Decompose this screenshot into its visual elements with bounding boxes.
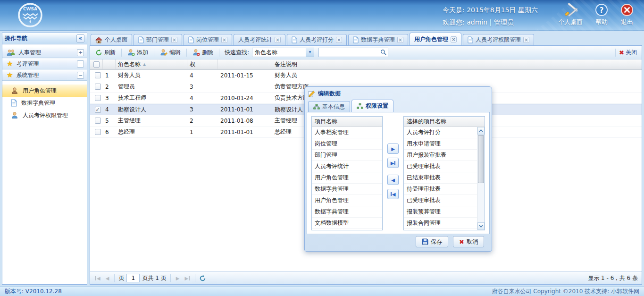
search-icon[interactable] (380, 49, 386, 55)
tab[interactable]: 数据字典管理 × (348, 34, 408, 45)
tab-label: 部门管理 (146, 36, 169, 44)
tab[interactable]: 部门管理 × (134, 34, 182, 45)
save-button[interactable]: 保存 (416, 236, 448, 247)
close-panel-button[interactable]: ✖ 关闭 (619, 49, 637, 57)
first-page-icon[interactable]: ◀ (94, 275, 102, 282)
tab[interactable]: 岗位管理 × (184, 34, 232, 45)
table-row[interactable]: 1 财务人员 4 2011-01-15 财务人员 (90, 70, 642, 81)
scroll-down-icon[interactable] (477, 222, 485, 230)
row-checkbox[interactable] (95, 72, 101, 78)
list-item[interactable]: 人员考评打分 (404, 127, 477, 138)
tab-close-icon[interactable]: × (221, 37, 227, 43)
row-checkbox[interactable] (95, 118, 101, 124)
cell-date: 2011-01-15 (218, 70, 272, 81)
tab[interactable]: 人员考评打分 × (287, 34, 347, 45)
sidebar-group-hr[interactable]: 人事管理 + (2, 47, 87, 58)
expand-icon[interactable]: + (77, 49, 84, 56)
dialog-titlebar[interactable]: 编辑数据 (307, 89, 490, 99)
col-weight[interactable]: 权 (187, 59, 218, 69)
copyright-text: 府谷自来水公司 Copyright ©2010 技术支持: 小郭软件网 (492, 288, 639, 296)
toolbar-separator (615, 49, 616, 57)
move-left-icon[interactable]: ◀ (387, 175, 399, 185)
collapse-minus-icon[interactable]: − (77, 72, 84, 79)
scroll-up-icon[interactable] (477, 127, 485, 135)
chevron-down-icon[interactable]: ▾ (306, 48, 314, 57)
sidebar-group-label: 考评管理 (16, 60, 74, 68)
last-page-icon[interactable]: ▶ (183, 275, 191, 282)
save-label: 保存 (431, 238, 442, 246)
quick-search-label: 快速查找: (225, 49, 249, 57)
row-checkbox[interactable]: ✓ (95, 107, 101, 113)
dialog-tab[interactable]: 权限设置 (351, 100, 393, 112)
col-remark[interactable]: 备注说明 (272, 59, 642, 69)
col-role-name[interactable]: 角色名称 ▲ (116, 59, 187, 69)
col-date[interactable] (218, 59, 272, 69)
help-label: 帮助 (595, 18, 608, 26)
page-input[interactable] (126, 274, 140, 282)
list-item[interactable]: 文档数据模型 (312, 218, 382, 229)
list-item[interactable]: 已受理审批表 (404, 161, 477, 172)
list-item[interactable]: 岗位管理 (312, 138, 382, 150)
move-all-left-icon[interactable]: ◀ (387, 189, 399, 199)
sidebar-group-appraisal[interactable]: ★ 考评管理 − (2, 58, 87, 69)
collapse-minus-icon[interactable]: − (77, 60, 84, 68)
help-button[interactable]: ? 帮助 (595, 3, 608, 26)
add-label: 添加 (137, 49, 148, 57)
sidebar-item-user-role[interactable]: 用户角色管理 (2, 85, 87, 97)
tab[interactable]: 人员考评统计 × (234, 34, 285, 45)
cancel-button[interactable]: ✖ 取消 (453, 236, 484, 247)
search-input[interactable] (318, 48, 388, 57)
scrollbar[interactable] (477, 127, 485, 230)
dialog-tab[interactable]: 基本信息 (308, 101, 350, 112)
list-item[interactable]: 数据字典管理 (312, 184, 382, 195)
personal-desktop-button[interactable]: 个人桌面 (558, 3, 583, 26)
page-refresh-icon[interactable] (199, 275, 206, 282)
list-item[interactable]: 待受理审批表 (404, 184, 477, 195)
sidebar-item-appraisal-perm[interactable]: 人员考评权限管理 (2, 109, 87, 121)
list-item[interactable]: 用户报装审批表 (404, 150, 477, 161)
list-item[interactable]: 人事档案管理 (312, 127, 382, 138)
tab-close-icon[interactable]: × (275, 37, 281, 43)
tab[interactable]: 用户角色管理 × (410, 33, 461, 45)
row-checkbox[interactable] (95, 129, 101, 135)
edit-button[interactable]: 编辑 (158, 48, 183, 58)
cwsa-logo-icon: CWSA (17, 2, 43, 28)
add-button[interactable]: 添加 (125, 48, 151, 58)
list-item[interactable]: 用户角色管理 (312, 195, 382, 206)
row-checkbox[interactable] (95, 95, 101, 101)
sidebar-item-data-dict[interactable]: 数据字典管理 (2, 97, 87, 109)
tab[interactable]: 人员考评权限管理 × (463, 34, 534, 45)
next-page-icon[interactable]: ▶ (175, 275, 181, 282)
tab-close-icon[interactable]: × (171, 37, 177, 43)
tab[interactable]: 个人桌面 (91, 34, 132, 45)
list-item[interactable]: 已受理审批表 (404, 195, 477, 206)
sidebar-group-system[interactable]: ★ 系统管理 − (2, 69, 87, 81)
logout-button[interactable]: 退出 (620, 3, 634, 26)
scrollbar-thumb[interactable] (478, 135, 484, 183)
sidebar-collapse-button[interactable]: « (76, 34, 84, 42)
move-all-right-icon[interactable]: ▶ (387, 158, 399, 168)
row-number: 5 (103, 115, 116, 126)
toolbar-separator (186, 49, 187, 57)
tab-close-icon[interactable]: × (523, 37, 529, 43)
prev-page-icon[interactable]: ◀ (104, 275, 111, 282)
list-item[interactable]: 数据字典管理 (312, 206, 382, 218)
list-item[interactable]: 报装预算管理 (404, 206, 477, 218)
toolbar-separator (219, 49, 219, 57)
refresh-button[interactable]: 刷新 (93, 48, 118, 58)
list-item[interactable]: 报装合同管理 (404, 218, 477, 229)
list-item[interactable]: 人员考评统计 (312, 161, 382, 172)
today-date: 今天是: 2015年8月15日 星期六 (443, 6, 538, 15)
select-all-checkbox[interactable] (93, 61, 100, 68)
search-field-select[interactable]: 角色名称 ▾ (252, 48, 314, 57)
list-item[interactable]: 部门管理 (312, 150, 382, 161)
move-right-icon[interactable]: ▶ (387, 144, 399, 154)
list-item[interactable]: 用户角色管理 (312, 172, 382, 184)
list-item[interactable]: 用水申请管理 (404, 138, 477, 150)
tab-close-icon[interactable]: × (451, 36, 457, 42)
list-item[interactable]: 已结束审批表 (404, 172, 477, 184)
tab-close-icon[interactable]: × (336, 37, 342, 43)
delete-button[interactable]: 删除 (190, 48, 216, 58)
row-checkbox[interactable] (95, 84, 101, 90)
tab-close-icon[interactable]: × (397, 37, 403, 43)
